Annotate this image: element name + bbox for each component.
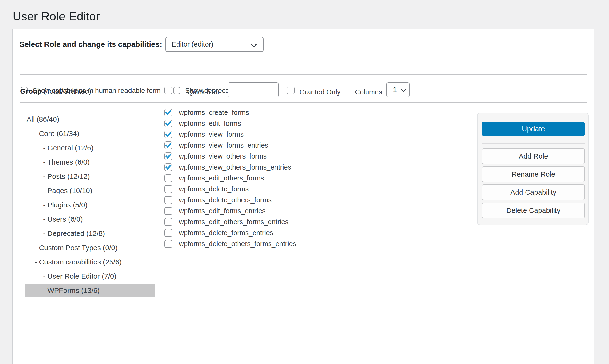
group-header-rest: (Total/Granted): [42, 87, 91, 95]
select-all-checkbox[interactable]: [164, 87, 172, 94]
capability-label: wpforms_edit_others_forms_entries: [179, 218, 289, 226]
group-tree-item[interactable]: - Users (6/0): [25, 212, 155, 226]
actions-panel: Update Add Role Rename Role Add Capabili…: [477, 113, 589, 225]
capability-row: wpforms_edit_others_forms_entries: [164, 216, 289, 227]
granted-only-label: Granted Only: [300, 88, 340, 96]
capability-label: wpforms_edit_others_forms: [179, 174, 264, 182]
update-button[interactable]: Update: [482, 122, 585, 136]
rename-role-button[interactable]: Rename Role: [482, 167, 585, 182]
role-select-value: Editor (editor): [172, 40, 213, 48]
capability-label: wpforms_delete_others_forms_entries: [179, 240, 296, 248]
capability-checkbox[interactable]: [164, 152, 172, 160]
group-tree-item[interactable]: - Deprecated (12/8): [25, 227, 155, 240]
capability-checkbox[interactable]: [164, 130, 172, 138]
capability-row: wpforms_view_others_forms_entries: [164, 162, 291, 173]
page-title: User Role Editor: [13, 10, 100, 23]
capability-row: wpforms_view_forms_entries: [164, 140, 268, 151]
capability-row: wpforms_delete_others_forms: [164, 195, 272, 205]
add-role-button[interactable]: Add Role: [482, 148, 585, 164]
capability-checkbox[interactable]: [164, 109, 172, 117]
capability-label: wpforms_view_forms: [179, 130, 244, 138]
group-tree-item[interactable]: - Custom Post Types (0/0): [25, 241, 155, 254]
capability-checkbox[interactable]: [164, 229, 172, 237]
capability-checkbox[interactable]: [164, 163, 172, 171]
capability-label: wpforms_delete_forms_entries: [179, 229, 273, 237]
add-capability-button[interactable]: Add Capability: [482, 184, 585, 200]
capability-row: wpforms_view_others_forms: [164, 151, 267, 162]
group-header-bold: Group: [20, 87, 42, 95]
capability-label: wpforms_delete_forms: [179, 185, 249, 193]
capability-row: wpforms_edit_forms_entries: [164, 205, 265, 216]
divider-top: [20, 74, 587, 75]
granted-only-checkbox[interactable]: [287, 87, 294, 94]
group-tree-item[interactable]: - WPForms (13/6): [25, 284, 155, 297]
group-tree-item[interactable]: - Core (61/34): [25, 127, 155, 140]
capability-checkbox[interactable]: [164, 174, 172, 182]
capability-row: wpforms_delete_forms_entries: [164, 227, 273, 238]
group-tree-item[interactable]: - Posts (12/12): [25, 169, 155, 183]
capability-row: wpforms_edit_others_forms: [164, 173, 264, 183]
columns-label: Columns:: [355, 88, 384, 96]
columns-select[interactable]: 1: [386, 82, 410, 97]
user-role-editor-page: User Role Editor Select Role and change …: [0, 0, 609, 364]
capability-checkbox[interactable]: [164, 196, 172, 204]
capability-label: wpforms_view_forms_entries: [179, 142, 268, 149]
capability-label: wpforms_view_others_forms_entries: [179, 163, 291, 171]
select-role-label: Select Role and change its capabilities:: [20, 40, 162, 49]
group-tree-item[interactable]: - General (12/6): [25, 141, 155, 155]
chevron-down-icon: [251, 40, 258, 48]
capability-row: wpforms_delete_others_forms_entries: [164, 238, 296, 249]
capability-checkbox[interactable]: [164, 142, 172, 149]
group-tree-item[interactable]: - Plugins (5/0): [25, 198, 155, 212]
role-select[interactable]: Editor (editor): [165, 37, 264, 52]
group-tree-item[interactable]: - User Role Editor (7/0): [25, 269, 155, 283]
capability-label: wpforms_view_others_forms: [179, 152, 267, 160]
capability-checkbox[interactable]: [164, 218, 172, 226]
capability-checkbox[interactable]: [164, 240, 172, 248]
quick-filter-label: Quick filter:: [187, 88, 222, 96]
editor-panel: Select Role and change its capabilities:…: [12, 29, 594, 364]
capability-checkbox[interactable]: [164, 120, 172, 128]
quick-filter-input[interactable]: [228, 82, 278, 97]
capability-row: wpforms_create_forms: [164, 107, 249, 118]
actions-divider: [482, 143, 585, 143]
columns-select-value: 1: [393, 86, 397, 94]
capability-checkbox[interactable]: [164, 207, 172, 215]
group-tree-item[interactable]: - Themes (6/0): [25, 155, 155, 169]
show-deprecated-checkbox[interactable]: [173, 87, 180, 94]
capability-label: wpforms_edit_forms_entries: [179, 207, 265, 215]
role-selector-row: Select Role and change its capabilities:…: [20, 37, 264, 52]
capability-checkbox[interactable]: [164, 185, 172, 193]
capability-row: wpforms_view_forms: [164, 129, 244, 140]
group-tree-item[interactable]: - Custom capabilities (25/6): [25, 255, 155, 269]
chevron-down-icon: [401, 87, 406, 92]
delete-capability-button[interactable]: Delete Capability: [482, 203, 585, 218]
column-divider: [161, 74, 161, 364]
divider-header: [20, 102, 587, 103]
capability-row: wpforms_delete_forms: [164, 183, 249, 195]
group-header: Group (Total/Granted): [20, 87, 91, 95]
capability-label: wpforms_create_forms: [179, 109, 249, 117]
group-tree-item[interactable]: All (86/40): [25, 112, 155, 126]
capability-row: wpforms_edit_forms: [164, 118, 241, 129]
capability-label: wpforms_delete_others_forms: [179, 196, 272, 204]
capability-label: wpforms_edit_forms: [179, 120, 241, 128]
group-tree-item[interactable]: - Pages (10/10): [25, 184, 155, 197]
